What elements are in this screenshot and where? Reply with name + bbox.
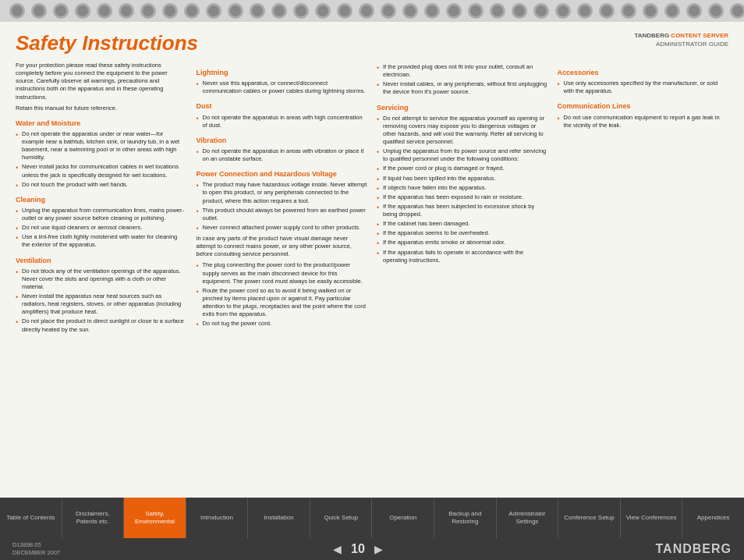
list-item: Do not operate the apparatus in areas wi…: [197, 147, 368, 163]
communication-lines-list: Do not use communication equipment to re…: [558, 114, 729, 129]
brand-name: TANDBERG: [634, 32, 671, 39]
list-item: Unplug the apparatus from its power sour…: [377, 147, 548, 163]
spiral-hole: [9, 3, 25, 19]
spiral-hole: [621, 3, 636, 19]
next-page-button[interactable]: ▶: [374, 543, 383, 555]
section-power-connection: Power Connection and Hazardous Voltage: [197, 169, 368, 179]
spiral-hole: [359, 3, 374, 19]
doc-date: DECEMBER 2007: [12, 549, 60, 556]
list-item: Never install the apparatus near heat so…: [16, 292, 187, 316]
list-item: If the apparatus has been exposed to rai…: [377, 193, 548, 201]
cleaning-list: Unplug the apparatus from communication …: [16, 207, 187, 250]
section-communication-lines: Communication Lines: [558, 101, 729, 111]
tab-administrator-settings[interactable]: Administrator Settings: [497, 498, 559, 538]
spiral-hole: [686, 3, 702, 19]
bottom-navigation: Table of Contents Disclaimers, Patents e…: [0, 498, 744, 538]
spiral-hole: [271, 3, 287, 19]
section-vibration: Vibration: [197, 136, 368, 145]
spiral-hole: [337, 3, 353, 19]
product-name: CONTENT SERVER: [671, 32, 728, 39]
spiral-hole: [512, 3, 527, 19]
guide-label: ADMINISTRATOR GUIDE: [656, 41, 728, 48]
list-item: If the apparatus has been subjected to e…: [377, 203, 548, 218]
column-3: If the provided plug does not fit into y…: [377, 62, 548, 494]
spiral-hole: [490, 3, 505, 19]
spiral-hole: [599, 3, 615, 19]
spiral-hole: [184, 3, 200, 19]
spiral-hole: [75, 3, 90, 19]
list-item: Use only accessories specified by the ma…: [558, 80, 729, 95]
list-item: If the apparatus seems to be overheated.: [377, 229, 548, 237]
spiral-hole: [730, 3, 744, 19]
accessories-list: Use only accessories specified by the ma…: [558, 80, 729, 95]
tab-table-of-contents[interactable]: Table of Contents: [0, 498, 62, 538]
list-item: Do not attempt to service the apparatus …: [377, 115, 548, 147]
list-item: Do not operate the apparatus in areas wi…: [197, 114, 368, 129]
spiral-hole: [402, 3, 418, 19]
tab-backup-restoring[interactable]: Backup and Restoring: [434, 498, 497, 538]
page-container: Safety Instructions TANDBERG CONTENT SER…: [0, 0, 744, 560]
list-item: Do not tug the power cord.: [197, 320, 368, 328]
list-item: If the apparatus fails to operate in acc…: [377, 249, 548, 264]
page-title: Safety Instructions: [16, 31, 198, 55]
power-extra-list: The plug connecting the power cord to th…: [197, 261, 368, 328]
spiral-hole: [31, 3, 47, 19]
list-item: The product may have hazardous voltage i…: [197, 181, 368, 204]
tab-installation[interactable]: Installation: [248, 498, 310, 538]
list-item: If objects have fallen into the apparatu…: [377, 184, 548, 192]
tab-appendices[interactable]: Appendices: [682, 498, 744, 538]
section-cleaning: Cleaning: [16, 195, 187, 204]
tab-quick-setup[interactable]: Quick Setup: [310, 498, 373, 538]
spiral-hole: [643, 3, 658, 19]
spiral-hole: [97, 3, 112, 19]
section-servicing: Servicing: [377, 103, 548, 112]
tab-view-conferences[interactable]: View Conferences: [621, 498, 683, 538]
tab-conference-setup[interactable]: Conference Setup: [558, 498, 621, 538]
spiral-hole: [119, 3, 134, 19]
spiral-hole: [206, 3, 221, 19]
tab-introduction[interactable]: Introduction: [186, 498, 249, 538]
spiral-hole: [468, 3, 484, 19]
list-item: Do not use communication equipment to re…: [558, 114, 729, 129]
list-item: Never install cables, or any peripherals…: [377, 80, 548, 96]
spiral-hole: [577, 3, 593, 19]
column-4: Accessories Use only accessories specifi…: [558, 62, 729, 494]
tab-safety-environmental[interactable]: Safety, Environmental: [124, 498, 186, 538]
tab-disclaimers[interactable]: Disclaimers, Patents etc.: [62, 498, 125, 538]
list-item: Do not touch the product with wet hands.: [16, 181, 187, 189]
tab-operation[interactable]: Operation: [372, 498, 434, 538]
list-item: Do not block any of the ventilation open…: [16, 268, 187, 291]
current-page: 10: [351, 542, 365, 556]
lightning-list: Never use this apparatus, or connect/dis…: [197, 80, 368, 95]
spiral-hole: [708, 3, 724, 19]
spiral-binding: [0, 0, 744, 22]
list-item: Unplug the apparatus from communication …: [16, 207, 187, 222]
list-item: Do not use liquid cleaners or aerosol cl…: [16, 224, 187, 232]
list-item: If the cabinet has been damaged.: [377, 220, 548, 228]
spiral-hole: [555, 3, 571, 19]
intro-text: For your protection please read these sa…: [16, 62, 187, 101]
spiral-hole: [140, 3, 156, 19]
water-moisture-list: Do not operate the apparatus under or ne…: [16, 130, 187, 189]
document: Safety Instructions TANDBERG CONTENT SER…: [0, 22, 744, 560]
content-area: For your protection please read these sa…: [0, 58, 744, 498]
doc-subtitle: TANDBERG CONTENT SERVER ADMINISTRATOR GU…: [634, 31, 728, 48]
prev-page-button[interactable]: ◀: [333, 543, 342, 555]
section-lightning: Lightning: [197, 68, 368, 77]
list-item: The plug connecting the power cord to th…: [197, 261, 368, 285]
retain-text: Retain this manual for future reference.: [16, 105, 187, 112]
power-extra-para: In case any parts of the product have vi…: [197, 235, 368, 258]
list-item: This product should always be powered fr…: [197, 207, 368, 222]
doc-header: Safety Instructions TANDBERG CONTENT SER…: [0, 22, 744, 58]
list-item: If the provided plug does not fit into y…: [377, 63, 548, 79]
list-item: If the apparatus emits smoke or abnormal…: [377, 239, 548, 246]
doc-number: D13898.05: [12, 541, 41, 548]
section-ventilation: Ventilation: [16, 256, 187, 265]
doc-footer: D13898.05 DECEMBER 2007 ◀ 10 ▶ TANDBERG: [0, 538, 744, 560]
spiral-hole: [424, 3, 440, 19]
list-item: Use a lint-free cloth lightly moistened …: [16, 233, 187, 249]
power-list: The product may have hazardous voltage i…: [197, 181, 368, 232]
spiral-hole: [381, 3, 396, 19]
footer-doc-info: D13898.05 DECEMBER 2007: [12, 541, 60, 558]
list-item: If liquid has been spilled into the appa…: [377, 175, 548, 183]
